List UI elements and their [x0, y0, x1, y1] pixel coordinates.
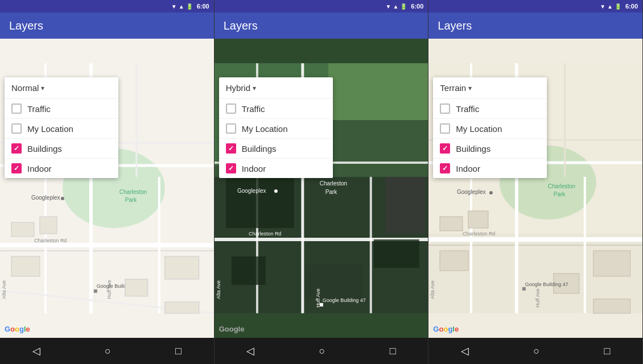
- mylocation-label-terrain: My Location: [456, 124, 502, 134]
- wifi-icon-terrain: ▼: [600, 3, 605, 10]
- recent-button-hybrid[interactable]: □: [378, 341, 407, 362]
- battery-icon-terrain: 🔋: [615, 3, 621, 10]
- indoor-label-normal: Indoor: [27, 164, 52, 173]
- map-area-normal: Charleston Rd Huff Ave Alta Ave Googlepl…: [0, 39, 214, 338]
- title-bar-normal: Layers: [0, 13, 214, 39]
- back-button-hybrid[interactable]: ◁: [235, 340, 266, 362]
- signal-icon-hybrid: ▲: [393, 3, 398, 10]
- back-button-terrain[interactable]: ◁: [450, 340, 480, 362]
- svg-text:Huff Ave: Huff Ave: [535, 288, 541, 308]
- battery-icon-hybrid: 🔋: [400, 3, 407, 10]
- nav-bar-normal: ◁ ○ □: [0, 338, 214, 364]
- svg-text:Park: Park: [554, 191, 566, 197]
- status-bar-normal: ▼ ▲ 🔋 6:00: [0, 0, 214, 13]
- checkbox-indoor-icon-hybrid[interactable]: [226, 163, 236, 173]
- svg-text:Google Building 47: Google Building 47: [323, 297, 366, 303]
- svg-rect-66: [593, 299, 630, 313]
- checkbox-buildings-terrain[interactable]: Buildings: [433, 139, 547, 159]
- google-logo-normal: Google: [5, 325, 30, 333]
- home-button-hybrid[interactable]: ○: [308, 341, 337, 362]
- svg-rect-35: [226, 177, 294, 228]
- title-hybrid: Layers: [224, 19, 258, 32]
- svg-text:Googleplex: Googleplex: [31, 195, 60, 201]
- google-logo-terrain: Google: [433, 325, 459, 333]
- panel-terrain: ▼ ▲ 🔋 6:00 Layers: [428, 0, 643, 364]
- checkbox-mylocation-icon-normal[interactable]: [11, 123, 22, 134]
- checkbox-traffic-icon-hybrid[interactable]: [226, 104, 236, 114]
- checkbox-traffic-terrain[interactable]: Traffic: [433, 99, 547, 119]
- checkbox-indoor-icon-normal[interactable]: [11, 163, 22, 173]
- svg-rect-24: [125, 279, 148, 296]
- buildings-label-terrain: Buildings: [456, 144, 491, 154]
- svg-rect-61: [440, 217, 463, 231]
- title-bar-terrain: Layers: [428, 13, 642, 39]
- battery-icon: 🔋: [186, 3, 193, 10]
- back-button-normal[interactable]: ◁: [21, 340, 52, 362]
- svg-rect-20: [11, 222, 34, 237]
- time-normal: 6:00: [197, 3, 209, 10]
- status-icons-terrain: ▼ ▲ 🔋 6:00: [600, 3, 638, 10]
- panel-hybrid: ▼ ▲ 🔋 6:00 Layers: [215, 0, 429, 364]
- signal-icon-terrain: ▲: [607, 3, 613, 10]
- svg-text:Alta Ave: Alta Ave: [430, 280, 435, 299]
- map-type-row-terrain[interactable]: Terrain ▾: [433, 77, 547, 99]
- checkbox-buildings-hybrid[interactable]: Buildings: [219, 139, 333, 159]
- status-icons-normal: ▼ ▲ 🔋 6:00: [171, 3, 209, 10]
- checkbox-mylocation-icon-hybrid[interactable]: [226, 123, 236, 134]
- svg-rect-63: [440, 251, 468, 271]
- svg-rect-37: [306, 265, 362, 299]
- buildings-label-hybrid: Buildings: [242, 144, 277, 154]
- wifi-icon-hybrid: ▼: [386, 3, 391, 10]
- checkbox-buildings-normal[interactable]: Buildings: [5, 139, 118, 159]
- checkbox-mylocation-hybrid[interactable]: My Location: [219, 119, 333, 139]
- checkbox-traffic-icon-normal[interactable]: [11, 104, 22, 114]
- signal-icon: ▲: [179, 3, 184, 10]
- indoor-label-hybrid: Indoor: [242, 164, 266, 173]
- dropdown-panel-terrain: Terrain ▾ Traffic My Location Buildings …: [433, 77, 547, 178]
- status-bar-terrain: ▼ ▲ 🔋 6:00: [428, 0, 642, 13]
- svg-text:Charleston: Charleston: [119, 189, 147, 195]
- checkbox-indoor-normal[interactable]: Indoor: [5, 159, 118, 178]
- svg-rect-62: [468, 211, 488, 228]
- svg-rect-21: [40, 217, 57, 234]
- checkbox-mylocation-icon-terrain[interactable]: [440, 123, 450, 134]
- dropdown-arrow-terrain: ▾: [468, 84, 472, 92]
- checkbox-buildings-icon-hybrid[interactable]: [226, 143, 236, 154]
- home-button-normal[interactable]: ○: [93, 341, 122, 362]
- svg-point-15: [61, 197, 64, 200]
- checkbox-traffic-icon-terrain[interactable]: [440, 104, 450, 114]
- svg-rect-64: [593, 251, 630, 276]
- checkbox-traffic-normal[interactable]: Traffic: [5, 99, 118, 119]
- recent-button-normal[interactable]: □: [164, 341, 193, 362]
- svg-rect-28: [328, 63, 428, 120]
- checkbox-buildings-icon-terrain[interactable]: [440, 143, 450, 154]
- status-icons-hybrid: ▼ ▲ 🔋 6:00: [386, 3, 424, 10]
- checkbox-indoor-hybrid[interactable]: Indoor: [219, 159, 333, 178]
- svg-rect-73: [522, 287, 526, 291]
- map-type-row-normal[interactable]: Normal ▾: [5, 77, 118, 99]
- checkbox-mylocation-terrain[interactable]: My Location: [433, 119, 547, 139]
- status-bar-hybrid: ▼ ▲ 🔋 6:00: [215, 0, 428, 13]
- wifi-icon: ▼: [171, 3, 177, 10]
- checkbox-mylocation-normal[interactable]: My Location: [5, 119, 118, 139]
- home-button-terrain[interactable]: ○: [522, 341, 551, 362]
- traffic-label-normal: Traffic: [27, 104, 51, 114]
- mylocation-label-normal: My Location: [27, 124, 73, 134]
- map-type-row-hybrid[interactable]: Hybrid ▾: [219, 77, 333, 99]
- title-bar-hybrid: Layers: [215, 13, 428, 39]
- checkbox-indoor-terrain[interactable]: Indoor: [433, 159, 547, 178]
- map-area-hybrid: Googleplex Charleston Park Charleston Rd…: [215, 39, 428, 338]
- svg-rect-23: [165, 257, 199, 279]
- checkbox-indoor-icon-terrain[interactable]: [440, 163, 450, 173]
- recent-button-terrain[interactable]: □: [592, 341, 621, 362]
- dropdown-panel-normal: Normal ▾ Traffic My Location Buildings I…: [5, 77, 118, 178]
- svg-point-68: [489, 191, 493, 195]
- svg-rect-36: [373, 239, 419, 268]
- checkbox-buildings-icon-normal[interactable]: [11, 143, 22, 154]
- svg-text:Huff Ave: Huff Ave: [315, 288, 321, 308]
- svg-text:Googleplex: Googleplex: [457, 189, 486, 195]
- svg-rect-22: [11, 257, 40, 276]
- indoor-label-terrain: Indoor: [456, 164, 480, 173]
- checkbox-traffic-hybrid[interactable]: Traffic: [219, 99, 333, 119]
- buildings-label-normal: Buildings: [27, 144, 62, 154]
